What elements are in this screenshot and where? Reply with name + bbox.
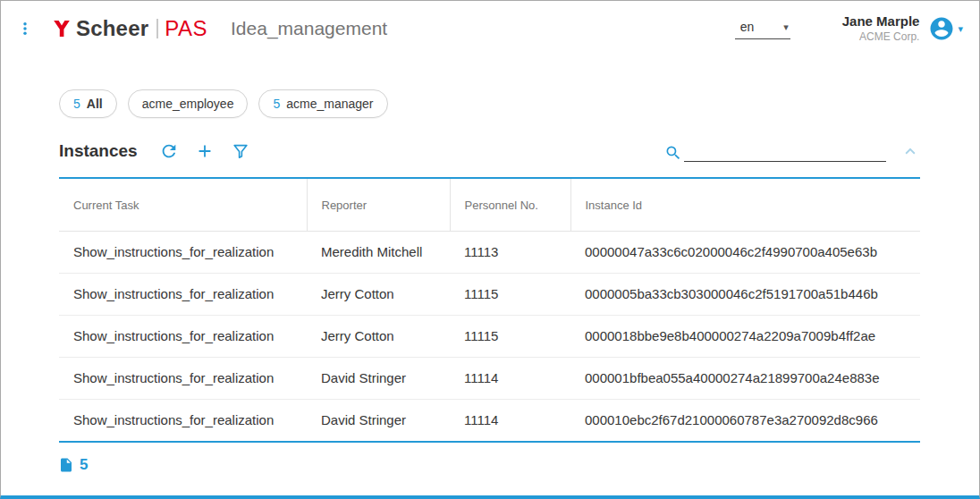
cell-reporter: Meredith Mitchell — [307, 232, 450, 274]
scheer-y-icon — [51, 18, 72, 39]
cell-current-task: Show_instructions_for_realization — [59, 274, 307, 316]
filter-chip-all[interactable]: 5All — [59, 89, 117, 118]
cell-current-task: Show_instructions_for_realization — [59, 232, 307, 274]
instances-title: Instances — [59, 141, 138, 161]
brand-scheer-text: Scheer — [76, 16, 148, 41]
cell-reporter: Jerry Cotton — [307, 274, 450, 316]
chip-count: 5 — [73, 97, 80, 111]
person-circle-icon — [928, 15, 955, 42]
instances-toolbar: Instances — [59, 138, 920, 165]
funnel-icon — [231, 141, 250, 161]
cell-instance-id: 0000018bbe9e8b400000274a2209a7009b4ff2ae — [570, 316, 920, 358]
table-row[interactable]: Show_instructions_for_realizationMeredit… — [59, 232, 920, 274]
filter-chip-acme-employee[interactable]: acme_employee — [128, 89, 249, 118]
cell-instance-id: 00000047a33c6c02000046c2f4990700a405e63b — [570, 232, 920, 274]
chip-label: All — [87, 97, 103, 111]
cell-instance-id: 0000005ba33cb303000046c2f5191700a51b446b — [570, 274, 920, 316]
table-row[interactable]: Show_instructions_for_realizationDavid S… — [59, 400, 920, 442]
table-row[interactable]: Show_instructions_for_realizationDavid S… — [59, 358, 920, 400]
table-footer: 5 — [58, 456, 920, 474]
user-name: Jane Marple — [842, 13, 920, 30]
plus-icon — [195, 141, 215, 161]
refresh-icon — [159, 141, 179, 161]
column-header-instance-id[interactable]: Instance Id — [570, 179, 920, 232]
filter-chips: 5Allacme_employee5acme_manager — [59, 89, 920, 118]
cell-current-task: Show_instructions_for_realization — [59, 316, 307, 358]
column-header-personnel-no[interactable]: Personnel No. — [450, 179, 570, 232]
user-company: ACME Corp. — [842, 30, 920, 44]
refresh-button[interactable] — [159, 141, 179, 161]
cell-reporter: David Stringer — [307, 358, 450, 400]
language-value: en — [740, 20, 755, 34]
result-count: 5 — [80, 456, 88, 474]
page-title: Idea_management — [231, 18, 387, 39]
column-header-current-task[interactable]: Current Task — [59, 179, 307, 232]
cell-current-task: Show_instructions_for_realization — [59, 358, 307, 400]
table-row[interactable]: Show_instructions_for_realizationJerry C… — [59, 316, 920, 358]
search-input[interactable] — [684, 140, 886, 162]
cell-instance-id: 000001bfbea055a40000274a21899700a24e883e — [570, 358, 920, 400]
cell-current-task: Show_instructions_for_realization — [59, 400, 307, 442]
cell-reporter: Jerry Cotton — [307, 316, 450, 358]
brand-logo: Scheer PAS — [51, 16, 207, 41]
caret-down-icon: ▾ — [783, 22, 789, 32]
chip-label: acme_employee — [142, 97, 234, 111]
document-icon — [58, 457, 74, 473]
filter-chip-acme-manager[interactable]: 5acme_manager — [258, 89, 387, 118]
caret-down-icon: ▾ — [958, 23, 963, 35]
user-menu-button[interactable]: ▾ — [928, 15, 963, 42]
chip-count: 5 — [273, 97, 280, 111]
cell-personnel-no: 11113 — [450, 232, 570, 274]
cell-personnel-no: 11114 — [450, 400, 570, 442]
menu-button[interactable] — [17, 19, 33, 38]
search-box — [664, 140, 886, 162]
cell-personnel-no: 11115 — [450, 316, 570, 358]
app-window: Scheer PAS Idea_management en ▾ Jane Mar… — [0, 0, 980, 499]
instances-table: Current TaskReporterPersonnel No.Instanc… — [59, 177, 920, 443]
add-button[interactable] — [195, 141, 215, 161]
chevron-up-icon — [900, 141, 920, 161]
table-body: Show_instructions_for_realizationMeredit… — [59, 232, 920, 442]
chip-label: acme_manager — [286, 97, 373, 111]
brand-pas-text: PAS — [165, 16, 207, 41]
kebab-vertical-icon — [17, 19, 33, 38]
brand-divider — [156, 19, 158, 38]
table-header-row: Current TaskReporterPersonnel No.Instanc… — [59, 179, 920, 232]
table-row[interactable]: Show_instructions_for_realizationJerry C… — [59, 274, 920, 316]
filter-button[interactable] — [231, 141, 250, 161]
cell-personnel-no: 11115 — [450, 274, 570, 316]
cell-instance-id: 000010ebc2f67d21000060787e3a270092d8c966 — [570, 400, 920, 442]
user-info: Jane Marple ACME Corp. — [842, 13, 920, 44]
language-select[interactable]: en ▾ — [735, 18, 790, 39]
column-header-reporter[interactable]: Reporter — [307, 179, 450, 232]
top-bar: Scheer PAS Idea_management en ▾ Jane Mar… — [1, 1, 979, 56]
magnifier-icon — [664, 144, 682, 162]
collapse-panel-button[interactable] — [900, 141, 920, 161]
cell-reporter: David Stringer — [307, 400, 450, 442]
cell-personnel-no: 11114 — [450, 358, 570, 400]
